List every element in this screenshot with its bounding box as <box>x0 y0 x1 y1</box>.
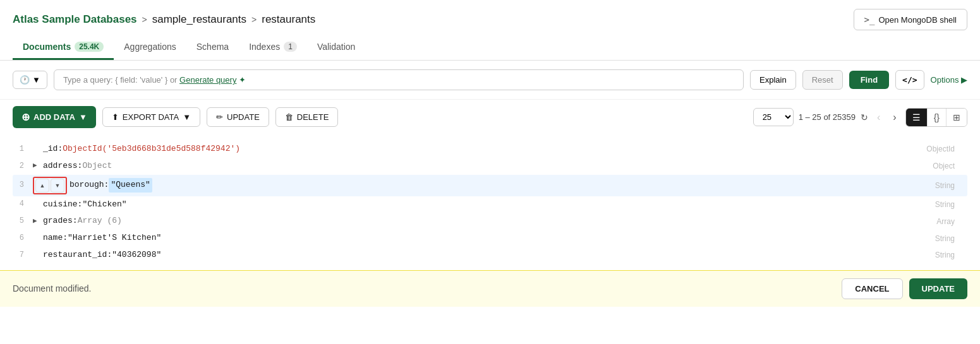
update-confirm-button[interactable]: UPDATE <box>909 278 967 299</box>
trash-icon: 🗑 <box>285 112 293 122</box>
line-number-7: 7 <box>13 249 33 261</box>
add-data-chevron: ▼ <box>79 112 87 122</box>
documents-badge: 25.4K <box>75 42 104 52</box>
refresh-button[interactable]: ↻ <box>861 112 868 122</box>
doc-line-1: 1 _id : ObjectId('5eb3d668b31de5d588f429… <box>13 141 967 158</box>
doc-line-4: 4 cuisine : "Chicken" String <box>13 196 967 213</box>
list-view-button[interactable]: ☰ <box>906 109 928 126</box>
pagination-info: 1 – 25 of 25359 <box>799 112 856 122</box>
table-view-button[interactable]: ⊞ <box>947 109 967 126</box>
query-placeholder-text: Type a query: { field: 'value' } or <box>63 75 178 85</box>
prev-page-button[interactable]: ‹ <box>873 110 884 124</box>
find-button[interactable]: Find <box>849 71 889 89</box>
options-button[interactable]: Options ▶ <box>931 75 967 85</box>
query-bar: 🕐 ▼ Type a query: { field: 'value' } or … <box>0 61 980 100</box>
export-chevron: ▼ <box>183 112 191 122</box>
query-history-button[interactable]: 🕐 ▼ <box>13 71 47 89</box>
open-mongodb-shell-button[interactable]: >_ Open MongoDB shell <box>854 9 967 30</box>
shell-icon: >_ <box>864 15 875 25</box>
line-number-3: 3 <box>13 179 33 191</box>
tab-indexes[interactable]: Indexes 1 <box>239 35 307 60</box>
footer-actions: CANCEL UPDATE <box>842 278 967 299</box>
breadcrumb-part2[interactable]: sample_restaurants <box>152 13 246 26</box>
json-view-button[interactable]: {} <box>928 109 947 126</box>
doc-line-6: 6 name : "Harriet'S Kitchen" String <box>13 230 967 247</box>
breadcrumb-part3[interactable]: restaurants <box>262 13 315 26</box>
code-toggle-button[interactable]: </> <box>895 70 924 90</box>
toolbar: ⊕ ADD DATA ▼ ⬆ EXPORT DATA ▼ ✏ UPDATE 🗑 … <box>0 100 980 134</box>
export-icon: ⬆ <box>112 112 119 122</box>
edit-controls-box: ▲ ▼ <box>33 177 67 194</box>
cancel-button[interactable]: CANCEL <box>842 278 902 299</box>
pencil-icon: ✏ <box>216 112 223 122</box>
tab-schema[interactable]: Schema <box>186 35 239 60</box>
export-data-button[interactable]: ⬆ EXPORT DATA ▼ <box>102 107 200 127</box>
view-toggle-group: ☰ {} ⊞ <box>905 108 967 127</box>
sparkle-icon: ✦ <box>239 75 246 85</box>
per-page-select[interactable]: 25 50 100 <box>753 108 794 126</box>
doc-line-7: 7 restaurant_id : "40362098" String <box>13 247 967 264</box>
line-number-4: 4 <box>13 198 33 210</box>
query-input-area[interactable]: Type a query: { field: 'value' } or Gene… <box>54 69 744 90</box>
document-area: 1 _id : ObjectId('5eb3d668b31de5d588f429… <box>0 134 980 270</box>
indexes-badge: 1 <box>284 42 297 52</box>
breadcrumb-sep1: > <box>142 15 147 25</box>
doc-line-3: 3 ▲ ▼ borough : "Queens" String <box>13 175 967 196</box>
tab-aggregations[interactable]: Aggregations <box>114 35 186 60</box>
next-page-button[interactable]: › <box>889 110 900 124</box>
breadcrumb-sep2: > <box>251 15 257 25</box>
expand-arrow-5[interactable]: ▶ <box>33 216 43 227</box>
footer-notification: Document modified. CANCEL UPDATE <box>0 270 980 307</box>
breadcrumb-part1[interactable]: Atlas Sample Databases <box>13 13 137 26</box>
breadcrumb: Atlas Sample Databases > sample_restaura… <box>13 13 315 26</box>
tab-validation[interactable]: Validation <box>307 35 365 60</box>
pagination-controls: 25 50 100 1 – 25 of 25359 ↻ ‹ › ☰ {} ⊞ <box>753 108 967 127</box>
line-number-2: 2 <box>13 160 33 172</box>
add-data-button[interactable]: ⊕ ADD DATA ▼ <box>13 106 96 128</box>
footer-message: Document modified. <box>13 283 92 294</box>
expand-arrow-2[interactable]: ▶ <box>33 160 43 172</box>
update-button[interactable]: ✏ UPDATE <box>207 107 269 127</box>
line-number-6: 6 <box>13 232 33 244</box>
tab-documents[interactable]: Documents 25.4K <box>13 35 114 60</box>
doc-line-5: 5 ▶ grades : Array (6) Array <box>13 213 967 230</box>
explain-button[interactable]: Explain <box>750 70 796 90</box>
generate-query-link[interactable]: Generate query <box>179 75 236 85</box>
collapse-field-button[interactable]: ▲ <box>35 179 49 193</box>
history-chevron: ▼ <box>32 75 40 85</box>
doc-line-2: 2 ▶ address : Object Object <box>13 158 967 175</box>
reset-button[interactable]: Reset <box>802 70 843 90</box>
line-number-1: 1 <box>13 143 33 155</box>
header: Atlas Sample Databases > sample_restaura… <box>0 0 980 30</box>
expand-field-button[interactable]: ▼ <box>51 179 64 193</box>
delete-button[interactable]: 🗑 DELETE <box>275 107 339 127</box>
line-number-5: 5 <box>13 215 33 227</box>
plus-circle-icon: ⊕ <box>21 111 30 123</box>
tabs-bar: Documents 25.4K Aggregations Schema Inde… <box>0 35 980 61</box>
borough-value[interactable]: "Queens" <box>109 178 152 193</box>
history-icon: 🕐 <box>20 75 30 85</box>
